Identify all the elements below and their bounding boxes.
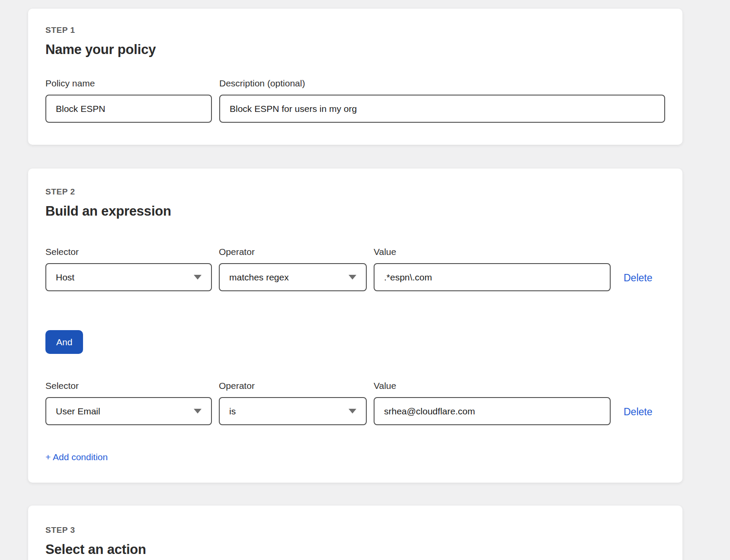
policy-name-field-group: Policy name <box>45 78 212 123</box>
step2-title: Build an expression <box>45 203 665 220</box>
chevron-down-icon <box>349 275 356 280</box>
condition2-operator-field: Operator is <box>219 380 367 425</box>
step2-step-label: STEP 2 <box>45 187 665 197</box>
condition2-value-label: Value <box>374 380 611 391</box>
condition-row-2: Selector User Email Operator is Value De… <box>45 380 665 425</box>
policy-name-input[interactable] <box>45 95 212 123</box>
condition1-operator-label: Operator <box>219 246 367 258</box>
condition2-selector-field: Selector User Email <box>45 380 212 425</box>
policy-name-label: Policy name <box>45 78 212 89</box>
step1-step-label: STEP 1 <box>45 25 665 35</box>
step1-title: Name your policy <box>45 41 665 58</box>
condition1-operator-field: Operator matches regex <box>219 246 367 291</box>
condition-row-1: Selector Host Operator matches regex Val… <box>45 246 665 291</box>
condition2-delete-link[interactable]: Delete <box>624 406 652 418</box>
policy-builder-page: STEP 1 Name your policy Policy name Desc… <box>0 9 730 560</box>
condition1-selector-field: Selector Host <box>45 246 212 291</box>
condition1-selector-label: Selector <box>45 246 212 258</box>
chevron-down-icon <box>194 275 202 280</box>
add-condition-link[interactable]: + Add condition <box>45 452 108 462</box>
step3-title: Select an action <box>45 541 665 558</box>
and-button[interactable]: And <box>45 330 83 354</box>
description-label: Description (optional) <box>219 78 665 89</box>
condition2-operator-dropdown[interactable]: is <box>219 397 367 425</box>
condition2-selector-label: Selector <box>45 380 212 391</box>
step2-card: STEP 2 Build an expression Selector Host… <box>28 169 682 483</box>
description-input[interactable] <box>219 95 665 123</box>
description-field-group: Description (optional) <box>219 78 665 123</box>
condition2-operator-label: Operator <box>219 380 367 391</box>
condition2-selector-dropdown[interactable]: User Email <box>45 397 212 425</box>
step1-fields-row: Policy name Description (optional) <box>45 78 665 123</box>
chevron-down-icon <box>194 409 202 414</box>
step1-card: STEP 1 Name your policy Policy name Desc… <box>28 9 682 145</box>
condition1-value-input[interactable] <box>374 263 611 291</box>
condition1-value-field: Value <box>374 246 611 291</box>
chevron-down-icon <box>349 409 356 414</box>
condition1-operator-dropdown[interactable]: matches regex <box>219 263 367 291</box>
condition1-delete-link[interactable]: Delete <box>624 272 652 284</box>
condition2-selector-value: User Email <box>56 406 100 417</box>
step3-step-label: STEP 3 <box>45 525 665 535</box>
condition1-value-label: Value <box>374 246 611 258</box>
step3-card: STEP 3 Select an action <box>28 506 682 560</box>
condition1-selector-value: Host <box>56 272 74 283</box>
condition1-operator-value: matches regex <box>229 272 289 283</box>
condition1-selector-dropdown[interactable]: Host <box>45 263 212 291</box>
condition2-operator-value: is <box>229 406 236 417</box>
condition2-value-field: Value <box>374 380 611 425</box>
condition2-value-input[interactable] <box>374 397 611 425</box>
